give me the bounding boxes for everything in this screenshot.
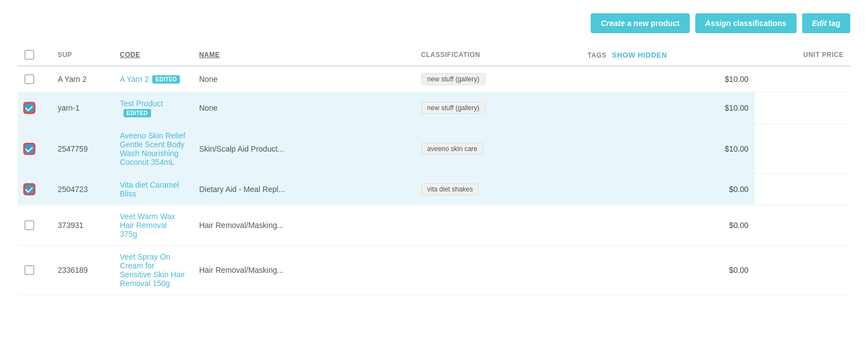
header-tags: TAGS show hidden [581, 44, 755, 66]
row-unit-price: $10.00 [581, 124, 755, 173]
header-sup: SUP [51, 44, 113, 66]
row-checkbox[interactable] [24, 103, 34, 113]
tag-badge: new stuff (gallery) [421, 73, 485, 85]
row-checkbox-cell [18, 92, 51, 125]
table-header-row: SUP CODE NAME CLASSIFICATION TAGS show h… [18, 44, 850, 66]
product-name-link[interactable]: Veet Warm Wax Hair Removal 375g [120, 212, 175, 239]
product-name-link[interactable]: Test Product [120, 99, 163, 108]
row-checkbox-cell [18, 205, 51, 245]
row-checkbox[interactable] [24, 74, 34, 84]
row-classification: None [193, 92, 415, 125]
select-all-checkbox[interactable] [24, 50, 34, 60]
tag-badge: aveeno skin care [421, 143, 484, 155]
row-sup: 2547759 [51, 124, 113, 173]
row-classification: Hair Removal/Masking... [193, 205, 415, 245]
product-name-link[interactable]: Aveeno Skin Relief Gentle Scent Body Was… [120, 131, 185, 167]
table-row: 2504723Vita diet Caramel BlissDietary Ai… [18, 173, 850, 205]
products-table: SUP CODE NAME CLASSIFICATION TAGS show h… [18, 44, 850, 295]
page-header: Create a new product Assign classificati… [18, 13, 850, 33]
row-unit-price: $0.00 [581, 245, 755, 294]
row-tags: new stuff (gallery) [415, 92, 581, 125]
header-unit-price: UNIT PRICE [755, 44, 850, 66]
header-code[interactable]: CODE [113, 44, 193, 66]
table-row: yarn-1Test ProductEDITEDNonenew stuff (g… [18, 92, 850, 125]
header-checkbox-cell [18, 44, 51, 66]
product-name-link[interactable]: Vita diet Caramel Bliss [120, 180, 179, 198]
tag-badge: new stuff (gallery) [421, 102, 485, 114]
tag-badge: vita diet shakes [421, 183, 479, 195]
row-checkbox-cell [18, 173, 51, 205]
row-name: Veet Spray On Cream for Sensitive Skin H… [113, 245, 193, 294]
row-unit-price: $0.00 [581, 173, 755, 205]
row-sup: A Yarn 2 [51, 66, 113, 92]
row-name: Aveeno Skin Relief Gentle Scent Body Was… [113, 124, 193, 173]
table-row: 2336189Veet Spray On Cream for Sensitive… [18, 245, 850, 294]
tags-label: TAGS [587, 51, 606, 59]
table-row: 373931Veet Warm Wax Hair Removal 375gHai… [18, 205, 850, 245]
row-classification: Hair Removal/Masking... [193, 245, 415, 294]
row-classification: Skin/Scalp Aid Product... [193, 124, 415, 173]
row-checkbox[interactable] [24, 144, 34, 154]
row-unit-price: $10.00 [581, 92, 755, 125]
row-checkbox-cell [18, 66, 51, 92]
row-classification: Dietary Aid - Meal Repl... [193, 173, 415, 205]
row-name: Vita diet Caramel Bliss [113, 173, 193, 205]
product-name-link[interactable]: Veet Spray On Cream for Sensitive Skin H… [120, 252, 185, 288]
row-name: Test ProductEDITED [113, 92, 193, 125]
edit-tags-button[interactable]: Edit tag [802, 13, 850, 33]
create-product-button[interactable]: Create a new product [591, 13, 689, 33]
row-tags [415, 205, 581, 245]
header-buttons: Create a new product Assign classificati… [591, 13, 850, 33]
row-unit-price: $0.00 [581, 205, 755, 245]
row-tags: new stuff (gallery) [415, 66, 581, 92]
row-sup: yarn-1 [51, 92, 113, 125]
edited-badge: EDITED [152, 75, 180, 84]
row-name: A Yarn 2EDITED [113, 66, 193, 92]
header-classification: CLASSIFICATION [415, 44, 581, 66]
row-checkbox[interactable] [24, 265, 34, 275]
table-row: A Yarn 2A Yarn 2EDITEDNonenew stuff (gal… [18, 66, 850, 92]
row-checkbox[interactable] [24, 184, 34, 194]
row-sup: 373931 [51, 205, 113, 245]
row-classification: None [193, 66, 415, 92]
row-tags [415, 245, 581, 294]
row-name: Veet Warm Wax Hair Removal 375g [113, 205, 193, 245]
row-checkbox-cell [18, 245, 51, 294]
row-unit-price: $10.00 [581, 66, 755, 92]
product-name-link[interactable]: A Yarn 2 [120, 75, 149, 84]
header-name[interactable]: NAME [193, 44, 415, 66]
row-tags: vita diet shakes [415, 173, 581, 205]
assign-classifications-button[interactable]: Assign classifications [695, 13, 797, 33]
show-hidden-link[interactable]: show hidden [612, 51, 666, 59]
edited-badge: EDITED [123, 109, 151, 117]
row-sup: 2504723 [51, 173, 113, 205]
table-row: 2547759Aveeno Skin Relief Gentle Scent B… [18, 124, 850, 173]
row-tags: aveeno skin care [415, 124, 581, 173]
row-sup: 2336189 [51, 245, 113, 294]
row-checkbox[interactable] [24, 220, 34, 230]
row-checkbox-cell [18, 124, 51, 173]
